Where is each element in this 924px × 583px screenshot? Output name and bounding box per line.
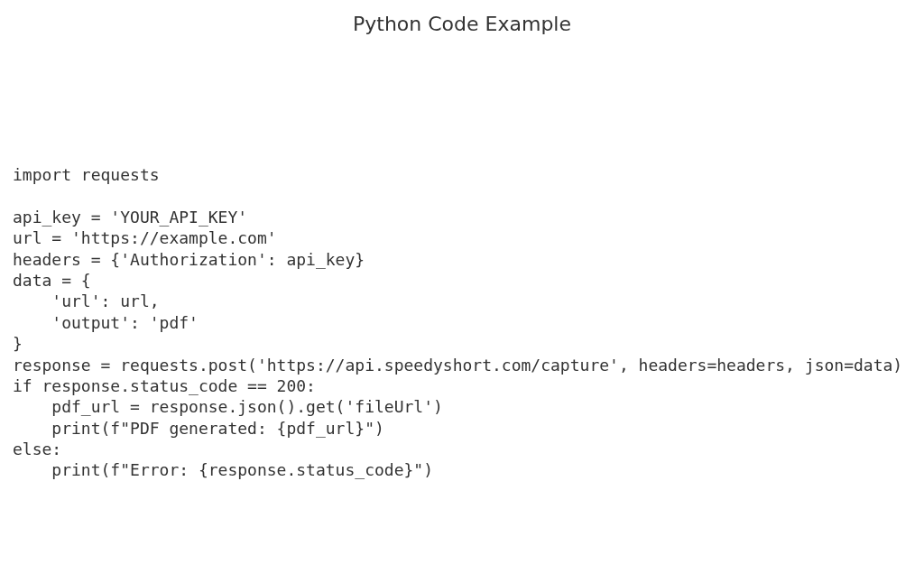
code-snippet: import requests api_key = 'YOUR_API_KEY'… bbox=[13, 164, 902, 481]
page-title: Python Code Example bbox=[0, 13, 924, 35]
